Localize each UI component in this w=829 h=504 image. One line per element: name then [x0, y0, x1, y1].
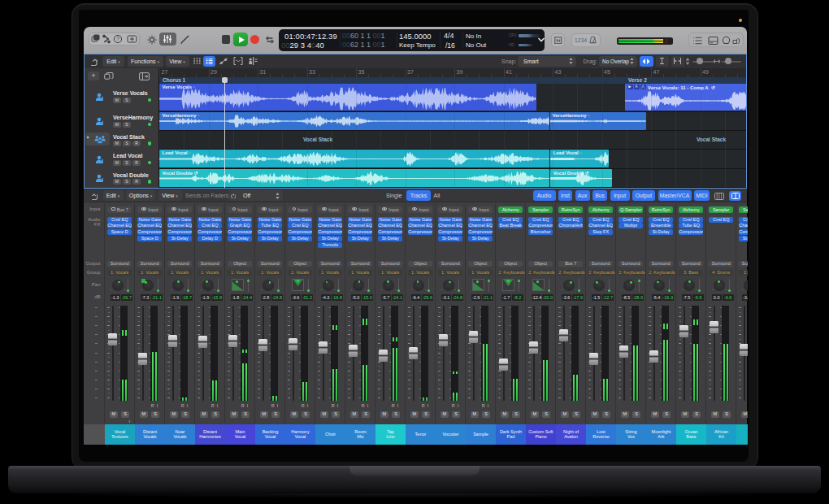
svg-text:?: ?	[116, 36, 119, 41]
